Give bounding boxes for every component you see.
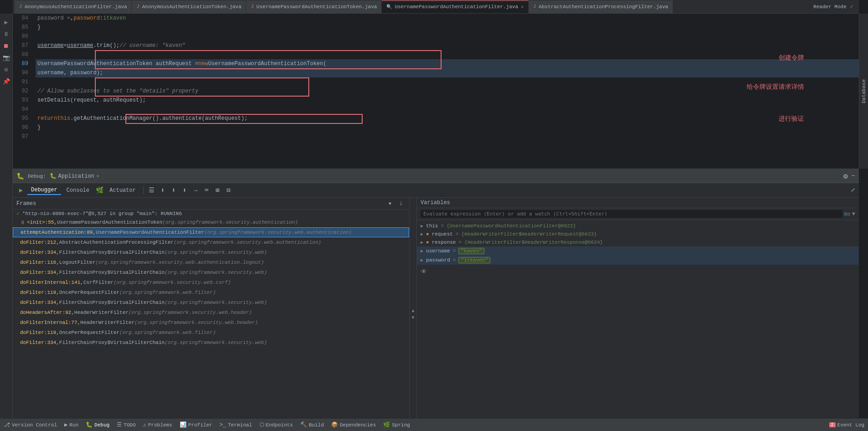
- sidebar-stop[interactable]: ⏹: [1, 41, 11, 51]
- tab-anonymous-filter[interactable]: J AnonymousAuthenticationFilter.java: [15, 0, 132, 13]
- sidebar-pin[interactable]: 📌: [1, 77, 11, 87]
- panel-divider[interactable]: ▲ ▼: [410, 198, 417, 431]
- app-icon: 🐛: [50, 173, 57, 180]
- vcs-icon: ⎇: [4, 421, 10, 428]
- frame-item-12[interactable]: doFilter:334, FilterChainProxy$VirtualFi…: [13, 338, 409, 348]
- var-value-response: {HeaderWriterFilter$HeaderWriterResponse…: [464, 240, 603, 245]
- terminal-label: Terminal: [228, 422, 252, 428]
- eval-input[interactable]: [421, 210, 842, 218]
- event-log[interactable]: 2 Event Log: [829, 422, 864, 428]
- profiler-btn[interactable]: 📊 Profiler: [180, 421, 213, 428]
- breakpoints-btn[interactable]: ⊞: [213, 186, 222, 195]
- frame-item-3[interactable]: doFilter:334, FilterChainProxy$VirtualFi…: [13, 247, 409, 257]
- ln-93: 93: [13, 96, 32, 105]
- endpoints-icon: ⬡: [260, 421, 264, 428]
- frame-item-7[interactable]: doFilter:119, OncePerRequestFilter (org.…: [13, 287, 409, 298]
- tab-up-token[interactable]: J UsernamePasswordAuthenticationToken.ja…: [246, 0, 382, 13]
- show-frames-btn[interactable]: ☰: [147, 186, 156, 195]
- frame-item-6[interactable]: doFilterInternal:141, CsrfFilter (org.sp…: [13, 277, 409, 287]
- step-into-btn[interactable]: ⬇: [169, 186, 178, 195]
- eval-go-btn[interactable]: Go: [844, 211, 850, 217]
- endpoints-btn[interactable]: ⬡ Endpoints: [260, 421, 293, 428]
- frame-item-1[interactable]: attemptAuthentication:89, UsernamePasswo…: [13, 227, 409, 237]
- var-response[interactable]: ▶ ● response = {HeaderWriterFilter$Heade…: [417, 238, 859, 246]
- settings-icon[interactable]: ⚙: [843, 172, 848, 181]
- frame-item-8[interactable]: doFilter:334, FilterChainProxy$VirtualFi…: [13, 298, 409, 308]
- code-content[interactable]: password = , password: itkaven } usernam…: [36, 14, 859, 169]
- var-name-password: password: [426, 257, 450, 263]
- var-this[interactable]: ▶ this = {UsernamePasswordAuthentication…: [417, 222, 859, 230]
- var-request[interactable]: ▶ ● request = {HeaderWriterFilter$Header…: [417, 230, 859, 238]
- watch-icon[interactable]: 👁: [421, 268, 859, 276]
- down-arrow-icon[interactable]: ↓: [396, 200, 405, 207]
- collapse-up-icon[interactable]: ▲: [411, 308, 414, 313]
- var-eq: =: [441, 223, 444, 229]
- spring-icon: 🌿: [383, 421, 390, 428]
- version-control-btn[interactable]: ⎇ Version Control: [4, 421, 57, 428]
- tab-debugger[interactable]: Debugger: [27, 186, 61, 195]
- sidebar-camera[interactable]: 📷: [1, 53, 11, 63]
- todo-btn[interactable]: ☰ TODO: [117, 421, 135, 428]
- tab-console[interactable]: Console: [63, 186, 93, 195]
- frame-package-1: (org.springframework.security.web.authen…: [204, 230, 352, 235]
- reader-mode-label[interactable]: Reader Mode: [813, 4, 847, 10]
- variables-header: Variables: [417, 198, 859, 208]
- frame-list[interactable]: ⏸ <init>:55, UsernamePasswordAuthenticat…: [13, 217, 409, 421]
- var-arrow-username[interactable]: ▶: [421, 248, 423, 254]
- collapse-down-icon[interactable]: ▼: [411, 315, 414, 320]
- sidebar-pause[interactable]: ⏸: [1, 29, 11, 39]
- frame-method-12: doFilter:334,: [20, 340, 59, 345]
- frame-item-9[interactable]: doHeadersAfter:92, HeaderWriterFilter (o…: [13, 308, 409, 318]
- terminal-btn[interactable]: >_ Terminal: [219, 422, 252, 428]
- frame-package-5: (org.springframework.security.web): [165, 270, 267, 275]
- frame-package-0: (org.springframework.security.authentica…: [162, 220, 298, 225]
- minimize-icon[interactable]: –: [852, 172, 855, 181]
- step-out-btn[interactable]: ⬆: [180, 186, 189, 195]
- debug-close-icon[interactable]: ✕: [96, 173, 99, 180]
- run-to-cursor-btn[interactable]: →: [191, 186, 200, 195]
- var-username[interactable]: ▶ username = "kaven": [417, 246, 859, 256]
- debug-toolbar: ▶ Debugger Console 🌿 Actuator ☰ ⬇ ⬇ ⬆ → …: [13, 183, 859, 198]
- eval-dropdown-icon[interactable]: ▼: [852, 211, 855, 217]
- frame-item-10[interactable]: doFilterInternal:77, HeaderWriterFilter …: [13, 318, 409, 328]
- var-password[interactable]: ▶ password = "itkaven": [417, 256, 859, 265]
- tab-actions: Reader Mode ✓: [810, 3, 857, 10]
- frame-item-11[interactable]: doFilter:119, OncePerRequestFilter (org.…: [13, 328, 409, 338]
- spring-btn[interactable]: 🌿 Spring: [383, 421, 410, 428]
- sidebar-run[interactable]: ▶: [1, 17, 11, 27]
- filter-icon[interactable]: ▾: [385, 200, 395, 207]
- debug-btn[interactable]: 🐛 Debug: [86, 421, 109, 428]
- frame-item-2[interactable]: doFilter:212, AbstractAuthenticationProc…: [13, 237, 409, 247]
- debug-title: 🐛 Application ✕: [50, 173, 99, 180]
- tab-label: AbstractAuthenticationProcessingFilter.j…: [539, 4, 668, 10]
- var-arrow-response[interactable]: ▶: [421, 240, 423, 245]
- frame-item-0[interactable]: ⏸ <init>:55, UsernamePasswordAuthenticat…: [13, 217, 409, 227]
- expand-btn[interactable]: ⤢: [851, 187, 855, 194]
- dependencies-btn[interactable]: 📦 Dependencies: [331, 421, 376, 428]
- step-over-btn[interactable]: ⬇: [158, 186, 167, 195]
- database-sidebar[interactable]: Database: [859, 14, 868, 169]
- evaluate-btn[interactable]: ⌨: [202, 186, 211, 195]
- tab-abstract-filter[interactable]: J AbstractAuthenticationProcessingFilter…: [529, 0, 673, 13]
- var-arrow-request[interactable]: ▶: [421, 231, 423, 237]
- build-btn[interactable]: 🔨 Build: [300, 421, 324, 428]
- close-icon[interactable]: ✕: [521, 4, 524, 10]
- run-btn[interactable]: ▶ Run: [64, 421, 78, 428]
- mute-btn[interactable]: ⊟: [224, 186, 233, 195]
- frame-item-4[interactable]: doFilter:116, LogoutFilter (org.springfr…: [13, 257, 409, 267]
- var-value-request: {HeaderWriterFilter$HeaderWriterRequest@…: [461, 231, 597, 237]
- frame-item-5[interactable]: doFilter:334, FilterChainProxy$VirtualFi…: [13, 267, 409, 277]
- frame-method-10: doFilterInternal:77,: [20, 320, 80, 325]
- tab-actuator[interactable]: Actuator: [106, 186, 140, 195]
- frame-method-0: <init>:55,: [27, 220, 57, 225]
- problems-btn[interactable]: ⚠ Problems: [143, 421, 172, 428]
- var-arrow-password[interactable]: ▶: [421, 257, 423, 263]
- tab-up-filter[interactable]: 🔍 UsernamePasswordAuthenticationFilter.j…: [382, 0, 529, 13]
- thread-name: *http-nio-8080-exec-7"@5,527 in group "m…: [22, 211, 182, 216]
- actuator-icon[interactable]: 🌿: [95, 186, 104, 195]
- var-arrow-this[interactable]: ▶: [421, 223, 423, 229]
- sidebar-settings[interactable]: ⚙: [1, 65, 11, 75]
- tab-anonymous-token[interactable]: J AnonymousAuthenticationToken.java: [132, 0, 246, 13]
- debug-body: Frames ▾ ↓ ✓ *http-nio-8080-exec-7"@5,52…: [13, 198, 859, 431]
- resume-btn[interactable]: ▶: [16, 186, 26, 195]
